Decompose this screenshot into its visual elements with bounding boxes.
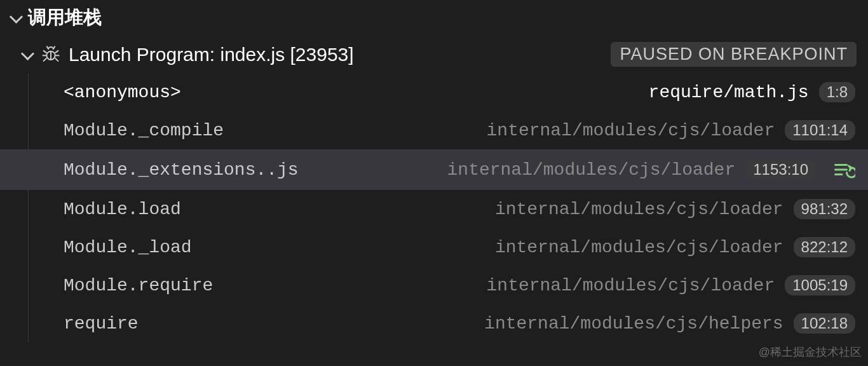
frame-source-path: require/math.js	[649, 83, 809, 102]
frame-source-path: internal/modules/cjs/loader	[447, 160, 736, 180]
watermark: @稀土掘金技术社区	[759, 344, 862, 360]
chevron-down-icon	[10, 12, 22, 24]
restart-frame-icon[interactable]	[832, 158, 855, 181]
stack-frame[interactable]: Module.loadinternal/modules/cjs/loader98…	[0, 190, 868, 228]
svg-line-6	[43, 58, 46, 61]
frame-location-badge: 822:12	[794, 237, 855, 257]
frame-function-name: Module._extensions..js	[64, 160, 299, 180]
status-badge: PAUSED ON BREAKPOINT	[611, 42, 857, 67]
chevron-down-icon	[22, 49, 33, 60]
stack-frame[interactable]: Module.requireinternal/modules/cjs/loade…	[0, 266, 868, 304]
call-stack-panel: 调用堆栈 Launch Program: index.js [23953] PA…	[0, 0, 868, 366]
frame-function-name: Module.load	[64, 200, 181, 219]
section-header[interactable]: 调用堆栈	[0, 0, 868, 36]
frame-function-name: require	[64, 314, 139, 334]
stack-frame[interactable]: Module._extensions..jsinternal/modules/c…	[0, 149, 868, 190]
svg-line-3	[55, 50, 58, 53]
frame-source-path: internal/modules/cjs/loader	[495, 238, 783, 257]
frame-location-badge: 1005:19	[785, 275, 855, 295]
frame-function-name: <anonymous>	[64, 83, 181, 102]
thread-header[interactable]: Launch Program: index.js [23953] PAUSED …	[0, 36, 868, 73]
frame-location-badge: 981:32	[794, 199, 855, 219]
bug-icon	[41, 44, 61, 65]
frame-location-badge: 1101:14	[785, 120, 855, 140]
frame-source-path: internal/modules/cjs/loader	[495, 200, 783, 219]
stack-frame[interactable]: <anonymous>require/math.js1:8	[0, 73, 868, 111]
frame-function-name: Module._load	[64, 238, 192, 257]
thread-label: Launch Program: index.js [23953]	[69, 44, 603, 65]
frame-source-path: internal/modules/cjs/loader	[487, 121, 775, 140]
frame-function-name: Module._compile	[64, 121, 224, 140]
svg-line-2	[43, 50, 46, 53]
stack-frames: <anonymous>require/math.js1:8Module._com…	[0, 73, 868, 342]
svg-line-7	[55, 58, 58, 61]
svg-line-8	[46, 46, 48, 48]
frame-function-name: Module.require	[64, 276, 213, 295]
frame-location-badge: 1:8	[819, 82, 855, 102]
frame-location-badge: 1153:10	[745, 159, 816, 180]
frame-source-path: internal/modules/cjs/loader	[487, 276, 775, 295]
svg-line-9	[53, 46, 55, 48]
frame-location-badge: 102:18	[794, 313, 855, 334]
stack-frame[interactable]: requireinternal/modules/cjs/helpers102:1…	[0, 304, 868, 342]
frame-source-path: internal/modules/cjs/helpers	[484, 314, 783, 334]
section-title: 调用堆栈	[28, 5, 102, 30]
stack-frame[interactable]: Module._loadinternal/modules/cjs/loader8…	[0, 228, 868, 266]
stack-frame[interactable]: Module._compileinternal/modules/cjs/load…	[0, 111, 868, 149]
